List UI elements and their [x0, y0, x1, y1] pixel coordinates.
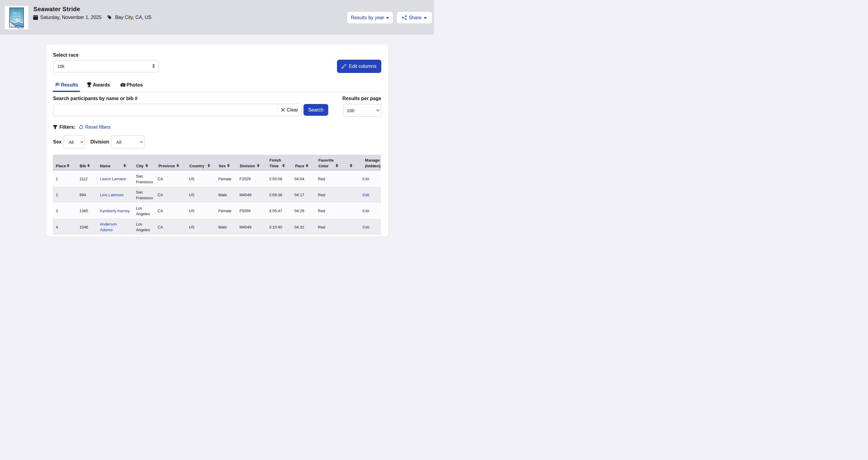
svg-text:WATER: WATER [12, 15, 21, 18]
svg-text:SEA: SEA [12, 11, 21, 16]
svg-text:STRIDE: STRIDE [12, 18, 21, 21]
